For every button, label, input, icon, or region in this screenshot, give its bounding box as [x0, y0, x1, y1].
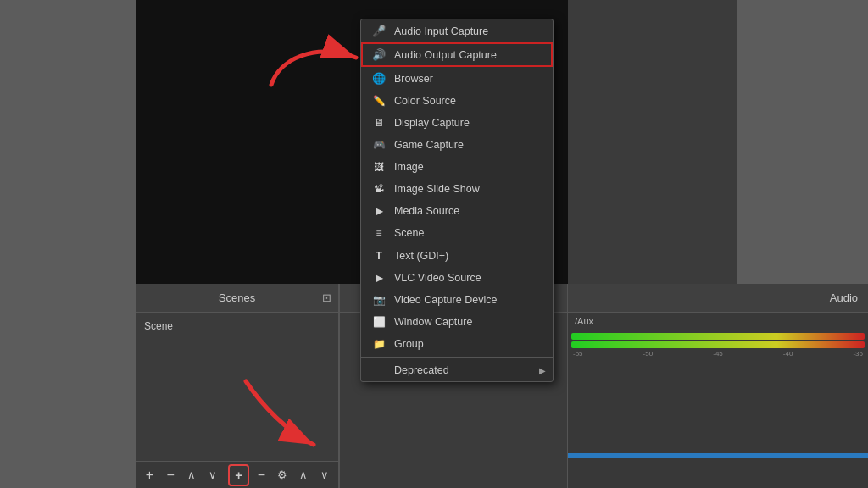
volume-meter-2 — [571, 341, 865, 348]
image-slide-show-label: Image Slide Show — [394, 183, 480, 195]
menu-item-display-capture[interactable]: 🖥 Display Capture — [361, 112, 553, 134]
window-capture-icon: ⬜ — [371, 316, 387, 328]
scene-list: Scene — [136, 313, 338, 340]
audio-title: Audio — [830, 291, 858, 304]
color-source-icon: ✏️ — [371, 95, 387, 107]
video-capture-icon: 📷 — [371, 294, 387, 306]
group-icon: 📁 — [371, 338, 387, 350]
group-label: Group — [394, 338, 424, 350]
media-source-icon: ▶ — [371, 205, 387, 217]
display-capture-label: Display Capture — [394, 117, 470, 129]
sources-down-button[interactable]: ∨ — [315, 466, 333, 485]
move-down-scene-button[interactable]: ∨ — [203, 466, 221, 485]
menu-item-image[interactable]: 🖼 Image — [361, 156, 553, 178]
display-capture-icon: 🖥 — [371, 117, 387, 129]
volume-scale: -55 -50 -45 -40 -35 — [571, 350, 865, 358]
menu-item-scene[interactable]: ≡ Scene — [361, 222, 553, 244]
menu-item-audio-input[interactable]: 🎤 Audio Input Capture — [361, 19, 553, 42]
volume-meter-1 — [571, 333, 865, 340]
scenes-toolbar: + − ∧ ∨ + − ⚙ ∧ ∨ — [136, 461, 338, 488]
browser-label: Browser — [394, 73, 433, 85]
bottom-arrow-indicator — [220, 364, 339, 458]
vlc-label: VLC Video Source — [394, 272, 481, 284]
image-icon: 🖼 — [371, 161, 387, 173]
scenes-panel-header: Scenes ⊡ — [136, 284, 338, 313]
image-label: Image — [394, 161, 424, 173]
scenes-config-icon: ⊡ — [322, 291, 331, 304]
scene-label: Scene — [394, 227, 424, 239]
audio-output-icon: 🔊 — [371, 48, 387, 61]
top-arrow-indicator — [246, 25, 364, 93]
menu-item-color-source[interactable]: ✏️ Color Source — [361, 90, 553, 112]
scene-item[interactable]: Scene — [136, 316, 338, 336]
scenes-title: Scenes — [219, 291, 255, 304]
remove-scene-button[interactable]: − — [162, 466, 180, 485]
browser-icon: 🌐 — [371, 72, 387, 85]
move-up-scene-button[interactable]: ∧ — [183, 466, 201, 485]
game-capture-label: Game Capture — [394, 139, 464, 151]
menu-item-media-source[interactable]: ▶ Media Source — [361, 200, 553, 222]
menu-item-audio-output[interactable]: 🔊 Audio Output Capture — [361, 42, 553, 67]
color-source-label: Color Source — [394, 95, 456, 107]
sources-config-button[interactable]: ⚙ — [274, 466, 292, 485]
add-source-button-outlined[interactable]: + — [228, 464, 249, 486]
volume-meter-container: -55 -50 -45 -40 -35 — [568, 333, 868, 358]
vlc-icon: ▶ — [371, 272, 387, 284]
menu-item-video-capture[interactable]: 📷 Video Capture Device — [361, 289, 553, 311]
blue-volume-bar — [568, 453, 868, 458]
scene-icon: ≡ — [371, 227, 387, 239]
context-menu: 🎤 Audio Input Capture 🔊 Audio Output Cap… — [360, 19, 554, 382]
audio-input-icon: 🎤 — [371, 25, 387, 37]
media-source-label: Media Source — [394, 205, 459, 217]
video-capture-label: Video Capture Device — [394, 294, 497, 306]
deprecated-label: Deprecated — [394, 364, 449, 376]
audio-output-label: Audio Output Capture — [394, 49, 497, 61]
audio-panel-header: Audio — [568, 284, 868, 313]
menu-item-browser[interactable]: 🌐 Browser — [361, 67, 553, 90]
audio-panel: Audio /Aux -55 -50 -45 -40 -35 — [568, 284, 868, 488]
audio-input-label: Audio Input Capture — [394, 25, 488, 37]
sources-remove-button[interactable]: − — [253, 466, 270, 485]
text-gdi-label: Text (GDI+) — [394, 250, 448, 262]
add-scene-button[interactable]: + — [141, 466, 159, 485]
menu-item-image-slide-show[interactable]: 📽 Image Slide Show — [361, 178, 553, 200]
window-capture-label: Window Capture — [394, 316, 472, 328]
audio-aux-label: /Aux — [575, 316, 593, 326]
menu-item-deprecated[interactable]: Deprecated ▶ — [361, 359, 553, 381]
menu-item-text-gdi[interactable]: T Text (GDI+) — [361, 244, 553, 267]
menu-item-game-capture[interactable]: 🎮 Game Capture — [361, 134, 553, 156]
game-capture-icon: 🎮 — [371, 139, 387, 151]
image-slide-show-icon: 📽 — [371, 183, 387, 195]
submenu-arrow-icon: ▶ — [539, 366, 546, 375]
menu-separator — [361, 357, 553, 358]
menu-item-vlc[interactable]: ▶ VLC Video Source — [361, 267, 553, 289]
text-gdi-icon: T — [371, 249, 387, 262]
menu-item-window-capture[interactable]: ⬜ Window Capture — [361, 311, 553, 333]
menu-item-group[interactable]: 📁 Group — [361, 333, 553, 355]
sources-up-button[interactable]: ∧ — [294, 466, 312, 485]
